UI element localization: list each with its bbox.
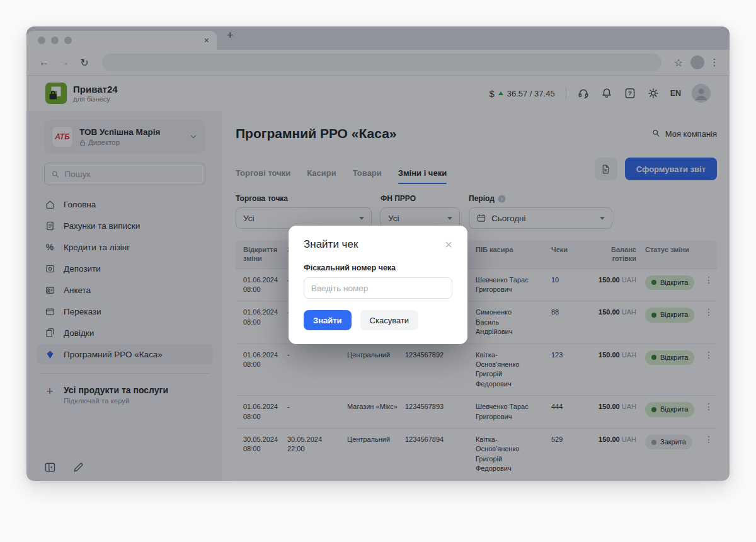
fiscal-number-input[interactable] [304, 277, 452, 299]
cancel-button[interactable]: Скасувати [360, 310, 419, 330]
fiscal-number-label: Фіскальний номер чека [304, 263, 452, 272]
find-button[interactable]: Знайти [304, 310, 352, 330]
modal-title: Знайти чек [304, 238, 358, 251]
find-check-modal: Знайти чек × Фіскальний номер чека Знайт… [289, 226, 467, 344]
close-icon[interactable]: × [445, 238, 452, 251]
